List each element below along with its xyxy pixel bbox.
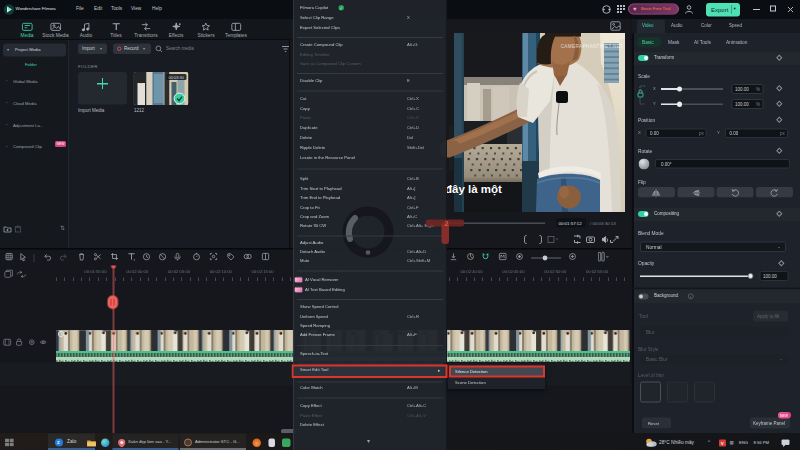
svg-text:đây là một: đây là một [445, 183, 502, 196]
svg-text:CAMERAPHANTHIET.NET: CAMERAPHANTHIET.NET [561, 44, 623, 49]
svg-text:00:03:30: 00:03:30 [169, 75, 185, 80]
